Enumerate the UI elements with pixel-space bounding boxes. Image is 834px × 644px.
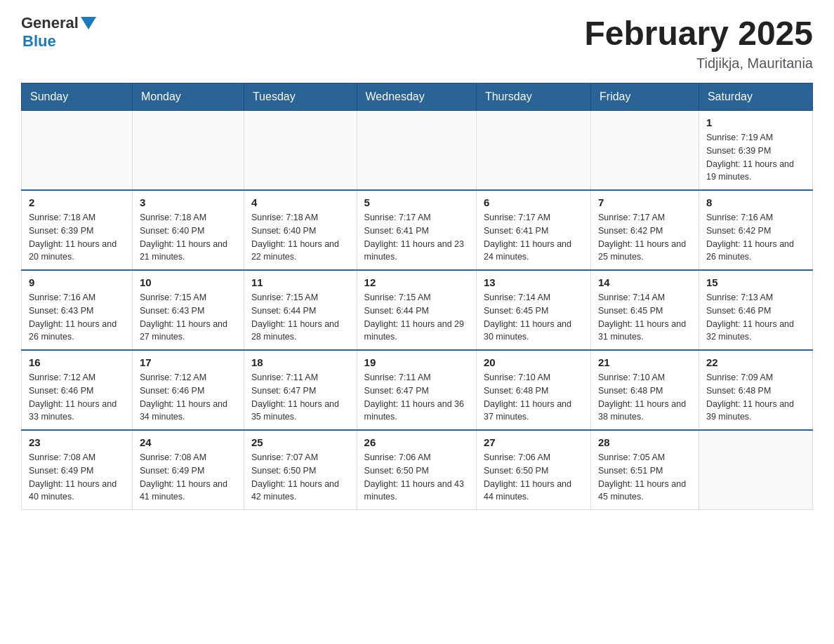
day-number: 25 <box>251 436 350 448</box>
day-info: Sunrise: 7:10 AM Sunset: 6:48 PM Dayligh… <box>598 371 691 424</box>
day-of-week-header: Tuesday <box>244 83 357 111</box>
calendar-day-cell <box>699 430 812 510</box>
day-number: 27 <box>484 436 583 448</box>
calendar-day-cell: 23Sunrise: 7:08 AM Sunset: 6:49 PM Dayli… <box>22 430 133 510</box>
calendar-week-row: 2Sunrise: 7:18 AM Sunset: 6:39 PM Daylig… <box>22 190 813 270</box>
day-info: Sunrise: 7:18 AM Sunset: 6:40 PM Dayligh… <box>251 211 350 264</box>
day-info: Sunrise: 7:16 AM Sunset: 6:42 PM Dayligh… <box>706 211 805 264</box>
day-number: 9 <box>29 276 125 288</box>
day-info: Sunrise: 7:14 AM Sunset: 6:45 PM Dayligh… <box>484 291 583 344</box>
calendar-day-cell <box>132 111 244 191</box>
day-info: Sunrise: 7:17 AM Sunset: 6:42 PM Dayligh… <box>598 211 691 264</box>
calendar-day-cell: 13Sunrise: 7:14 AM Sunset: 6:45 PM Dayli… <box>476 270 590 350</box>
day-info: Sunrise: 7:11 AM Sunset: 6:47 PM Dayligh… <box>251 371 350 424</box>
calendar-day-cell: 4Sunrise: 7:18 AM Sunset: 6:40 PM Daylig… <box>244 190 357 270</box>
day-info: Sunrise: 7:16 AM Sunset: 6:43 PM Dayligh… <box>29 291 125 344</box>
calendar-day-cell: 24Sunrise: 7:08 AM Sunset: 6:49 PM Dayli… <box>132 430 244 510</box>
calendar-day-cell: 25Sunrise: 7:07 AM Sunset: 6:50 PM Dayli… <box>244 430 357 510</box>
calendar-day-cell: 14Sunrise: 7:14 AM Sunset: 6:45 PM Dayli… <box>591 270 699 350</box>
day-number: 3 <box>140 196 237 208</box>
day-info: Sunrise: 7:06 AM Sunset: 6:50 PM Dayligh… <box>484 451 583 504</box>
day-info: Sunrise: 7:17 AM Sunset: 6:41 PM Dayligh… <box>364 211 469 264</box>
calendar-day-cell: 12Sunrise: 7:15 AM Sunset: 6:44 PM Dayli… <box>357 270 476 350</box>
day-number: 26 <box>364 436 469 448</box>
calendar-day-cell: 7Sunrise: 7:17 AM Sunset: 6:42 PM Daylig… <box>591 190 699 270</box>
day-of-week-header: Wednesday <box>357 83 476 111</box>
calendar-week-row: 23Sunrise: 7:08 AM Sunset: 6:49 PM Dayli… <box>22 430 813 510</box>
day-info: Sunrise: 7:19 AM Sunset: 6:39 PM Dayligh… <box>706 131 805 184</box>
calendar-day-cell: 9Sunrise: 7:16 AM Sunset: 6:43 PM Daylig… <box>22 270 133 350</box>
day-number: 6 <box>484 196 583 208</box>
calendar-day-cell: 5Sunrise: 7:17 AM Sunset: 6:41 PM Daylig… <box>357 190 476 270</box>
day-number: 11 <box>251 276 350 288</box>
day-info: Sunrise: 7:14 AM Sunset: 6:45 PM Dayligh… <box>598 291 691 344</box>
calendar-week-row: 16Sunrise: 7:12 AM Sunset: 6:46 PM Dayli… <box>22 350 813 430</box>
day-info: Sunrise: 7:10 AM Sunset: 6:48 PM Dayligh… <box>484 371 583 424</box>
calendar-day-cell: 15Sunrise: 7:13 AM Sunset: 6:46 PM Dayli… <box>699 270 812 350</box>
calendar-day-cell: 22Sunrise: 7:09 AM Sunset: 6:48 PM Dayli… <box>699 350 812 430</box>
calendar-day-cell: 8Sunrise: 7:16 AM Sunset: 6:42 PM Daylig… <box>699 190 812 270</box>
day-info: Sunrise: 7:15 AM Sunset: 6:43 PM Dayligh… <box>140 291 237 344</box>
calendar-week-row: 1Sunrise: 7:19 AM Sunset: 6:39 PM Daylig… <box>22 111 813 191</box>
day-info: Sunrise: 7:18 AM Sunset: 6:40 PM Dayligh… <box>140 211 237 264</box>
day-of-week-header: Saturday <box>699 83 812 111</box>
day-info: Sunrise: 7:13 AM Sunset: 6:46 PM Dayligh… <box>706 291 805 344</box>
day-of-week-header: Sunday <box>22 83 133 111</box>
day-info: Sunrise: 7:07 AM Sunset: 6:50 PM Dayligh… <box>251 451 350 504</box>
svg-marker-0 <box>81 17 96 29</box>
calendar-subtitle: Tidjikja, Mauritania <box>584 55 813 72</box>
logo-general-text: General <box>21 14 79 32</box>
calendar-day-cell: 20Sunrise: 7:10 AM Sunset: 6:48 PM Dayli… <box>476 350 590 430</box>
day-info: Sunrise: 7:05 AM Sunset: 6:51 PM Dayligh… <box>598 451 691 504</box>
day-number: 15 <box>706 276 805 288</box>
day-number: 16 <box>29 356 125 368</box>
day-number: 21 <box>598 356 691 368</box>
day-info: Sunrise: 7:12 AM Sunset: 6:46 PM Dayligh… <box>140 371 237 424</box>
day-number: 18 <box>251 356 350 368</box>
calendar-table: SundayMondayTuesdayWednesdayThursdayFrid… <box>21 83 813 510</box>
day-of-week-header: Monday <box>132 83 244 111</box>
calendar-day-cell: 11Sunrise: 7:15 AM Sunset: 6:44 PM Dayli… <box>244 270 357 350</box>
day-of-week-header: Friday <box>591 83 699 111</box>
day-number: 28 <box>598 436 691 448</box>
day-number: 24 <box>140 436 237 448</box>
day-number: 13 <box>484 276 583 288</box>
calendar-day-cell: 18Sunrise: 7:11 AM Sunset: 6:47 PM Dayli… <box>244 350 357 430</box>
calendar-day-cell <box>357 111 476 191</box>
logo-triangle-icon <box>81 17 96 29</box>
logo: General Blue <box>21 14 96 51</box>
day-number: 20 <box>484 356 583 368</box>
calendar-header-row: SundayMondayTuesdayWednesdayThursdayFrid… <box>22 83 813 111</box>
calendar-day-cell: 1Sunrise: 7:19 AM Sunset: 6:39 PM Daylig… <box>699 111 812 191</box>
day-number: 17 <box>140 356 237 368</box>
calendar-day-cell <box>22 111 133 191</box>
calendar-day-cell: 19Sunrise: 7:11 AM Sunset: 6:47 PM Dayli… <box>357 350 476 430</box>
calendar-day-cell <box>244 111 357 191</box>
calendar-title: February 2025 <box>584 14 813 53</box>
calendar-week-row: 9Sunrise: 7:16 AM Sunset: 6:43 PM Daylig… <box>22 270 813 350</box>
day-info: Sunrise: 7:09 AM Sunset: 6:48 PM Dayligh… <box>706 371 805 424</box>
day-info: Sunrise: 7:12 AM Sunset: 6:46 PM Dayligh… <box>29 371 125 424</box>
day-info: Sunrise: 7:08 AM Sunset: 6:49 PM Dayligh… <box>140 451 237 504</box>
calendar-day-cell: 26Sunrise: 7:06 AM Sunset: 6:50 PM Dayli… <box>357 430 476 510</box>
calendar-day-cell: 2Sunrise: 7:18 AM Sunset: 6:39 PM Daylig… <box>22 190 133 270</box>
calendar-day-cell: 17Sunrise: 7:12 AM Sunset: 6:46 PM Dayli… <box>132 350 244 430</box>
day-number: 7 <box>598 196 691 208</box>
day-number: 1 <box>706 116 805 128</box>
day-info: Sunrise: 7:15 AM Sunset: 6:44 PM Dayligh… <box>364 291 469 344</box>
day-number: 4 <box>251 196 350 208</box>
day-number: 19 <box>364 356 469 368</box>
logo-blue-text: Blue <box>22 32 56 50</box>
day-number: 14 <box>598 276 691 288</box>
calendar-day-cell <box>476 111 590 191</box>
calendar-day-cell: 3Sunrise: 7:18 AM Sunset: 6:40 PM Daylig… <box>132 190 244 270</box>
day-info: Sunrise: 7:17 AM Sunset: 6:41 PM Dayligh… <box>484 211 583 264</box>
calendar-day-cell: 10Sunrise: 7:15 AM Sunset: 6:43 PM Dayli… <box>132 270 244 350</box>
calendar-day-cell <box>591 111 699 191</box>
calendar-day-cell: 16Sunrise: 7:12 AM Sunset: 6:46 PM Dayli… <box>22 350 133 430</box>
day-number: 2 <box>29 196 125 208</box>
page-header: General Blue February 2025 Tidjikja, Mau… <box>21 14 813 72</box>
day-number: 10 <box>140 276 237 288</box>
day-info: Sunrise: 7:18 AM Sunset: 6:39 PM Dayligh… <box>29 211 125 264</box>
day-number: 22 <box>706 356 805 368</box>
